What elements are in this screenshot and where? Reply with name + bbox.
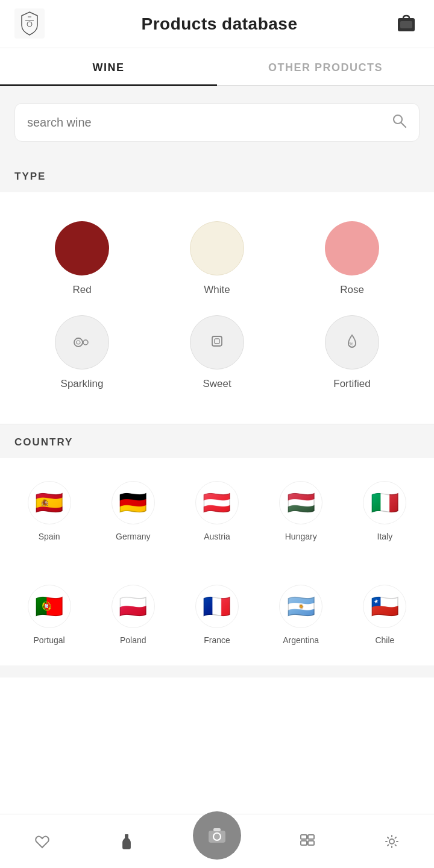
nav-wine-bottle[interactable]: [108, 823, 145, 860]
svg-rect-10: [215, 339, 219, 344]
search-box: [14, 103, 420, 142]
type-label-sweet: Sweet: [203, 378, 231, 390]
flag-austria: 🇦🇹: [195, 481, 239, 524]
svg-text:%: %: [349, 341, 353, 347]
tab-other-products[interactable]: OTHER PRODUCTS: [217, 48, 434, 85]
svg-rect-0: [14, 8, 45, 39]
flag-portugal: 🇵🇹: [28, 585, 71, 628]
country-item-spain[interactable]: 🇪🇸 Spain: [7, 475, 91, 547]
nav-grid[interactable]: [289, 823, 326, 860]
flag-argentina: 🇦🇷: [279, 585, 322, 628]
type-item-sparkling[interactable]: Sparkling: [14, 306, 149, 400]
type-circle-rose: [325, 221, 379, 275]
country-item-argentina[interactable]: 🇦🇷 Argentina: [259, 579, 343, 651]
flag-france: 🇫🇷: [195, 585, 239, 628]
type-label-sparkling: Sparkling: [61, 378, 104, 390]
wine-types-grid: Red White Rose Sparkling Sweet: [0, 192, 434, 424]
type-label-red: Red: [72, 284, 91, 296]
type-label-rose: Rose: [340, 284, 364, 296]
nav-favorites[interactable]: [24, 823, 60, 860]
country-label-argentina: Argentina: [283, 635, 319, 645]
type-circle-red: [55, 221, 109, 275]
country-label-italy: Italy: [377, 532, 393, 541]
type-circle-sparkling: [55, 315, 109, 370]
search-input[interactable]: [27, 116, 391, 130]
type-item-rose[interactable]: Rose: [285, 212, 420, 306]
flag-spain: 🇪🇸: [28, 481, 71, 524]
search-icon: [391, 113, 407, 132]
svg-rect-3: [400, 21, 412, 28]
header: Products database: [0, 0, 434, 48]
nav-camera[interactable]: [193, 811, 241, 860]
type-label-fortified: Fortified: [333, 378, 370, 390]
country-item-portugal[interactable]: 🇵🇹 Portugal: [7, 579, 91, 651]
flag-hungary: 🇭🇺: [279, 481, 322, 524]
bottom-navigation: [0, 814, 434, 868]
type-circle-sweet: [190, 315, 244, 370]
tab-wine[interactable]: WINE: [0, 48, 217, 85]
flag-germany: 🇩🇪: [112, 481, 155, 524]
type-item-red[interactable]: Red: [14, 212, 149, 306]
type-label-white: White: [204, 284, 230, 296]
nav-settings[interactable]: [374, 823, 410, 860]
type-circle-white: [190, 221, 244, 275]
logo: [14, 8, 46, 40]
country-item-poland[interactable]: 🇵🇱 Poland: [91, 579, 175, 651]
svg-point-20: [389, 839, 394, 844]
svg-point-6: [74, 338, 83, 347]
type-item-white[interactable]: White: [149, 212, 285, 306]
country-item-italy[interactable]: 🇮🇹 Italy: [343, 475, 427, 547]
country-grid-row1: 🇪🇸 Spain 🇩🇪 Germany 🇦🇹 Austria 🇭🇺 Hungar…: [0, 458, 434, 562]
country-grid-row2: 🇵🇹 Portugal 🇵🇱 Poland 🇫🇷 France 🇦🇷 Argen…: [0, 562, 434, 665]
svg-rect-12: [125, 834, 128, 836]
flag-italy: 🇮🇹: [363, 481, 406, 524]
svg-point-8: [83, 340, 88, 345]
search-section: [0, 86, 434, 159]
type-item-fortified[interactable]: % Fortified: [285, 306, 420, 400]
country-label-spain: Spain: [39, 532, 60, 541]
country-label-germany: Germany: [116, 532, 151, 541]
svg-rect-17: [308, 835, 314, 839]
flag-chile: 🇨🇱: [363, 585, 406, 628]
svg-rect-16: [301, 835, 307, 839]
country-item-chile[interactable]: 🇨🇱 Chile: [343, 579, 427, 651]
svg-point-7: [77, 341, 80, 344]
country-label-france: France: [204, 635, 230, 645]
svg-rect-15: [213, 828, 221, 831]
flag-poland: 🇵🇱: [112, 585, 155, 628]
country-item-germany[interactable]: 🇩🇪 Germany: [91, 475, 175, 547]
svg-rect-19: [308, 841, 314, 845]
country-label-portugal: Portugal: [34, 635, 65, 645]
svg-rect-18: [301, 841, 307, 845]
country-item-france[interactable]: 🇫🇷 France: [175, 579, 259, 651]
type-item-sweet[interactable]: Sweet: [149, 306, 285, 400]
country-item-austria[interactable]: 🇦🇹 Austria: [175, 475, 259, 547]
svg-line-5: [401, 123, 406, 128]
country-section: COUNTRY 🇪🇸 Spain 🇩🇪 Germany 🇦🇹 Austria 🇭…: [0, 424, 434, 678]
page-title: Products database: [141, 14, 297, 34]
country-item-hungary[interactable]: 🇭🇺 Hungary: [259, 475, 343, 547]
tabs-container: WINE OTHER PRODUCTS: [0, 48, 434, 86]
country-label-austria: Austria: [204, 532, 230, 541]
cart-button[interactable]: [393, 11, 420, 37]
country-label-hungary: Hungary: [285, 532, 317, 541]
svg-rect-9: [212, 336, 222, 346]
type-circle-fortified: %: [325, 315, 379, 370]
country-label-chile: Chile: [375, 635, 394, 645]
country-section-label: COUNTRY: [0, 424, 434, 458]
country-label-poland: Poland: [120, 635, 146, 645]
type-section-label: TYPE: [0, 159, 434, 192]
